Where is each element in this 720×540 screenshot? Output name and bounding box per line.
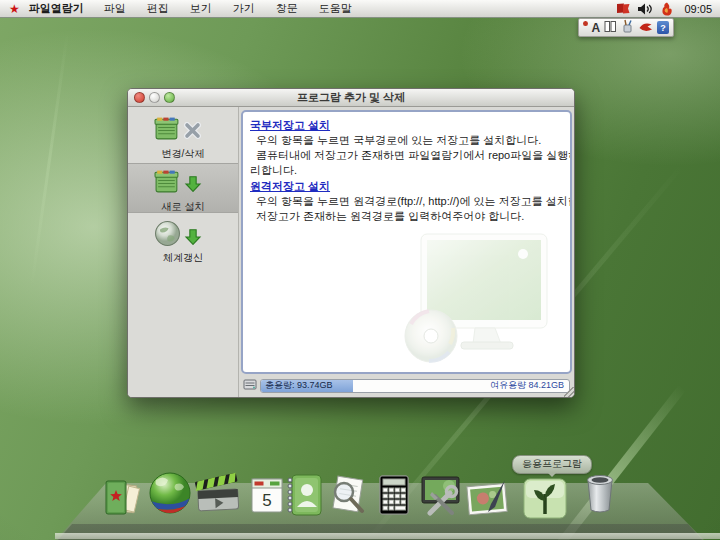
- sidebar-label: 변경/삭제: [128, 147, 238, 161]
- status-bar: 총용량: 93.74GB 여유용량 84.21GB: [243, 377, 570, 394]
- download-arrow-icon: [184, 228, 202, 250]
- content-text: 콤퓨터내에 저장고가 존재하면 파일열람기에서 repo파일을 실행하는것이 편: [250, 148, 563, 163]
- disk-capacity-bar: 총용량: 93.74GB 여유용량 84.21GB: [260, 379, 570, 393]
- window-title: 프로그람 추가 및 삭제: [128, 90, 574, 105]
- window-main-pane: 국부저장고 설치 우의 항목을 누르면 국부경로에 있는 저장고를 설치합니다.…: [239, 107, 574, 397]
- hard-disk-icon: [243, 377, 257, 395]
- menu-go[interactable]: 가기: [233, 1, 255, 16]
- toolbar-close-icon[interactable]: [583, 21, 588, 26]
- text-tool-icon[interactable]: A: [592, 22, 601, 34]
- capacity-total-label: 총용량: 93.74GB: [261, 379, 333, 392]
- clock: 09:05: [684, 3, 712, 15]
- sidebar-label: 체계갱신: [128, 251, 238, 265]
- menu-help[interactable]: 도움말: [319, 1, 352, 16]
- dock-icon-media-player[interactable]: [193, 472, 243, 520]
- speaker-icon[interactable]: [637, 2, 653, 16]
- menu-app-name[interactable]: 파일열람기: [29, 1, 84, 16]
- capacity-free-label: 여유용량 84.21GB: [490, 380, 564, 392]
- window-titlebar[interactable]: 프로그람 추가 및 삭제: [128, 89, 574, 107]
- monitor-watermark-image: [383, 228, 563, 374]
- columns-view-icon[interactable]: [604, 19, 617, 37]
- content-text: 우의 항목을 누르면 국부경로에 있는 저장고를 설치합니다.: [250, 133, 563, 148]
- remove-x-icon: [184, 122, 201, 143]
- dock-icon-trash[interactable]: [578, 468, 622, 516]
- floating-toolbar: A ?: [578, 18, 674, 37]
- content-text: 저장고가 존재하는 원격경로를 입력하여주어야 합니다.: [250, 209, 563, 224]
- local-repo-install-link[interactable]: 국부저장고 설치: [250, 117, 563, 133]
- dock-tooltip: 응용프로그람: [512, 455, 592, 474]
- sidebar-label: 새로 설치: [128, 200, 238, 214]
- window-resize-grip[interactable]: [564, 387, 574, 397]
- content-panel: 국부저장고 설치 우의 항목을 누르면 국부경로에 있는 저장고를 설치합니다.…: [241, 110, 572, 374]
- flag-icon[interactable]: [615, 2, 631, 16]
- dock-icon-document-viewer[interactable]: [324, 472, 372, 520]
- add-remove-programs-window: 프로그람 추가 및 삭제 변경/삭제: [127, 88, 575, 398]
- sidebar-item-new-install[interactable]: 새로 설치: [128, 163, 238, 213]
- menu-window[interactable]: 창문: [276, 1, 298, 16]
- menu-view[interactable]: 보기: [190, 1, 212, 16]
- dock-icon-address-book[interactable]: [281, 470, 329, 520]
- dock-icon-file-manager[interactable]: [100, 474, 146, 520]
- dock-icon-web-browser[interactable]: [146, 470, 194, 518]
- help-icon[interactable]: ?: [657, 21, 669, 34]
- dock-icon-applications[interactable]: [521, 474, 569, 522]
- package-icon: [154, 116, 181, 145]
- capacity-used-fill: 총용량: 93.74GB: [261, 380, 353, 392]
- dock-icon-image-editor[interactable]: [463, 476, 513, 522]
- red-star-logo-icon[interactable]: ★: [9, 3, 20, 15]
- dock-icon-calculator[interactable]: [371, 471, 417, 517]
- dock-baseline: [55, 533, 720, 539]
- remote-repo-install-link[interactable]: 원격저장고 설치: [250, 178, 563, 194]
- sidebar-item-change-remove[interactable]: 변경/삭제: [128, 111, 238, 161]
- menu-bar: ★ 파일열람기 파일 편집 보기 가기 창문 도움말 09:05: [0, 0, 720, 18]
- flame-icon[interactable]: [659, 2, 675, 16]
- calendar-day: 5: [262, 491, 271, 510]
- window-sidebar: 변경/삭제 새로 설치: [128, 107, 239, 397]
- red-stamp-icon[interactable]: [638, 19, 653, 37]
- content-text: 리합니다.: [250, 163, 563, 178]
- light-streak: [30, 31, 69, 289]
- pen-cup-icon[interactable]: [621, 19, 634, 37]
- package-icon: [154, 169, 181, 198]
- download-arrow-icon: [184, 175, 202, 197]
- globe-icon: [154, 220, 181, 251]
- menu-file[interactable]: 파일: [104, 1, 126, 16]
- content-text: 우의 항목을 누르면 원격경로(ftp://, http://)에 있는 저장고…: [250, 194, 563, 209]
- menu-edit[interactable]: 편집: [147, 1, 169, 16]
- sidebar-item-system-update[interactable]: 체계갱신: [128, 215, 238, 265]
- dock-icon-system-tools[interactable]: [416, 470, 466, 520]
